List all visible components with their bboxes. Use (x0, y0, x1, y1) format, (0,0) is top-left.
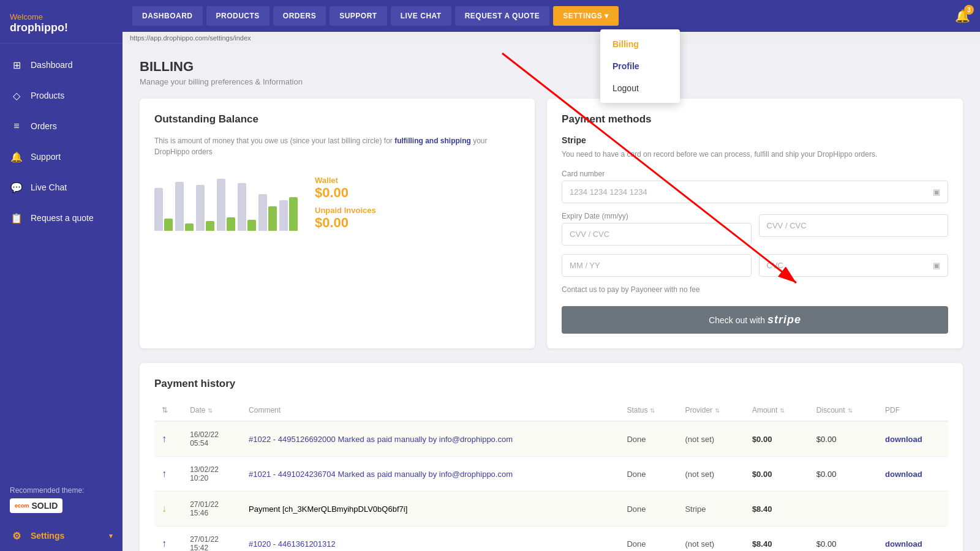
sidebar-item-livechat[interactable]: 💬 Live Chat (0, 172, 123, 203)
sidebar-item-quote[interactable]: 📋 Request a quote (0, 203, 123, 233)
col-date: Date⇅ (183, 400, 241, 421)
expiry-input[interactable]: CVV / CVC (562, 223, 751, 246)
discount-cell: $0.00 (809, 527, 878, 552)
balance-desc-bold: fulfilling and shipping (394, 137, 471, 145)
table-row: ↑ 27/01/22 15:42 #1020 - 4461361201312 D… (154, 527, 948, 552)
pdf-cell: download (878, 527, 948, 552)
settings-dropdown: Billing Profile Logout (600, 29, 680, 103)
direction-cell: ↓ (154, 492, 183, 527)
comment-link[interactable]: #1020 - 4461361201312 (249, 539, 336, 549)
outstanding-balance-card: Outstanding Balance This is amount of mo… (140, 99, 535, 348)
cvc-input[interactable]: CVC ▣ (759, 254, 948, 277)
payment-methods-card: Payment methods Stripe You need to have … (547, 99, 963, 348)
discount-cell: $0.00 (809, 421, 878, 457)
username: drophippo! (10, 21, 113, 34)
sidebar-item-support[interactable]: 🔔 Support (0, 141, 123, 172)
cvc-icon: ▣ (933, 261, 940, 270)
sidebar-nav: ⊞ Dashboard ◇ Products ≡ Orders 🔔 Suppor… (0, 43, 123, 479)
pdf-cell (878, 492, 948, 527)
provider-sort-icon[interactable]: ⇅ (715, 407, 720, 414)
pdf-download-link[interactable]: download (885, 539, 922, 549)
notification-bell[interactable]: 🔔 3 (955, 9, 970, 23)
cvv-group: CVV / CVC (759, 212, 948, 246)
direction-icon: ↑ (162, 538, 167, 549)
expiry-placeholder: CVV / CVC (570, 230, 609, 239)
direction-cell: ↑ (154, 527, 183, 552)
comment-cell: Payment [ch_3KMerQLBmyihpDLV0bQ6bf7i] (241, 492, 619, 527)
col-status: Status⇅ (619, 400, 677, 421)
col-comment: Comment (241, 400, 619, 421)
sidebar-item-label: Support (31, 152, 61, 162)
balance-chart-area: Wallet $0.00 Unpaid Invoices $0.00 (154, 170, 520, 231)
provider-cell: (not set) (677, 421, 744, 457)
nav-products-button[interactable]: PRODUCTS (206, 6, 270, 26)
status-sort-icon[interactable]: ⇅ (650, 407, 655, 414)
col-direction: ⇅ (154, 400, 183, 421)
pdf-download-link[interactable]: download (885, 435, 922, 444)
direction-icon: ↑ (162, 433, 167, 444)
col-discount: Discount⇅ (809, 400, 878, 421)
status-cell: Done (619, 492, 677, 527)
direction-cell: ↑ (154, 421, 183, 457)
card-icon: ▣ (933, 187, 940, 197)
sidebar-item-orders[interactable]: ≡ Orders (0, 111, 123, 141)
checkout-label: Check out with (709, 315, 765, 325)
direction-cell: ↑ (154, 457, 183, 492)
dropdown-billing[interactable]: Billing (600, 33, 680, 55)
pdf-download-link[interactable]: download (885, 470, 922, 479)
discount-sort-icon[interactable]: ⇅ (848, 407, 853, 414)
quote-icon: 📋 (10, 211, 23, 225)
nav-quote-button[interactable]: REQUEST A QUOTE (455, 6, 550, 26)
nav-orders-button[interactable]: ORDERS (273, 6, 326, 26)
table-row: ↑ 16/02/22 05:54 #1022 - 4495126692000 M… (154, 421, 948, 457)
table-row: ↑ 13/02/22 10:20 #1021 - 4491024236704 M… (154, 457, 948, 492)
direction-icon: ↑ (162, 468, 167, 479)
sort-icon[interactable]: ⇅ (162, 406, 168, 414)
content-area: BILLING Manage your billing preferences … (123, 44, 980, 551)
nav-livechat-button[interactable]: LIVE CHAT (391, 6, 451, 26)
balance-description: This is amount of money that you owe us … (154, 135, 520, 157)
dropdown-logout[interactable]: Logout (600, 77, 680, 99)
expiry-group: Expiry Date (mm/yy) CVV / CVC (562, 212, 751, 246)
stripe-checkout-button[interactable]: Check out with stripe (562, 306, 948, 334)
sidebar-item-settings[interactable]: ⚙ Settings ▾ (0, 520, 123, 551)
amount-sort-icon[interactable]: ⇅ (780, 407, 785, 414)
sidebar-item-label: Products (31, 91, 64, 100)
comment-link[interactable]: #1021 - 4491024236704 Marked as paid man… (249, 470, 513, 479)
dropdown-profile[interactable]: Profile (600, 55, 680, 77)
payoneer-link[interactable]: Contact us to pay by Payoneer with no fe… (562, 285, 948, 294)
chart-bars (154, 170, 298, 231)
nav-support-button[interactable]: SUPPORT (330, 6, 387, 26)
expiry-cvc-inputs-row: MM / YY CVC ▣ (562, 254, 948, 285)
comment-cell: #1021 - 4491024236704 Marked as paid man… (241, 457, 619, 492)
card-number-placeholder: 1234 1234 1234 1234 (570, 187, 647, 197)
sidebar-item-products[interactable]: ◇ Products (0, 80, 123, 111)
card-number-input[interactable]: 1234 1234 1234 1234 ▣ (562, 181, 948, 203)
status-cell: Done (619, 457, 677, 492)
cvv-input[interactable]: CVV / CVC (759, 214, 948, 237)
cvc-placeholder: CVC (767, 261, 783, 270)
payment-card-title: Payment methods (562, 113, 948, 126)
wallet-amount: $0.00 (315, 185, 376, 201)
logo-solid: SOLID (32, 501, 58, 511)
sidebar-item-dashboard[interactable]: ⊞ Dashboard (0, 50, 123, 80)
sidebar-welcome: Welcome drophippo! (0, 0, 123, 43)
date-sort-icon[interactable]: ⇅ (208, 407, 213, 414)
chevron-down-icon: ▾ (109, 532, 113, 540)
pdf-cell: download (878, 421, 948, 457)
sidebar-logo[interactable]: ecom SOLID (10, 498, 62, 513)
date-cell: 27/01/22 15:46 (183, 492, 241, 527)
products-icon: ◇ (10, 89, 23, 102)
nav-settings-button[interactable]: SETTINGS ▾ (553, 6, 618, 26)
nav-dashboard-button[interactable]: DASHBOARD (132, 6, 203, 26)
page-subtitle: Manage your billing preferences & Inform… (140, 77, 963, 86)
unpaid-amount: $0.00 (315, 215, 376, 231)
expiry-mm-input[interactable]: MM / YY (562, 254, 751, 277)
col-provider: Provider⇅ (677, 400, 744, 421)
comment-link[interactable]: #1022 - 4495126692000 Marked as paid man… (249, 435, 513, 444)
col-amount: Amount⇅ (745, 400, 809, 421)
card-number-label: Card number (562, 170, 948, 178)
stripe-description: You need to have a card on record before… (562, 149, 948, 160)
date-cell: 16/02/22 05:54 (183, 421, 241, 457)
sidebar-item-label: Dashboard (31, 60, 73, 70)
